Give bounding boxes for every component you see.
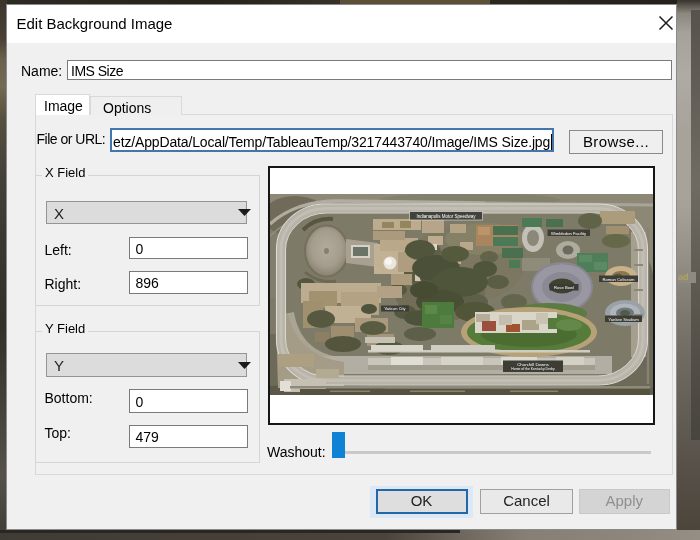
- svg-text:Churchill Downs: Churchill Downs: [517, 362, 550, 367]
- svg-text:Yankee Stadium: Yankee Stadium: [608, 317, 639, 322]
- svg-text:Indianapolis Motor Speedway: Indianapolis Motor Speedway: [416, 214, 476, 219]
- svg-text:Vatican City: Vatican City: [384, 306, 405, 311]
- svg-text:Roman Coliseum: Roman Coliseum: [602, 277, 635, 282]
- svg-text:Rose Bowl: Rose Bowl: [554, 285, 574, 290]
- svg-text:Home of the Kentucky Derby: Home of the Kentucky Derby: [511, 367, 555, 371]
- svg-text:Wimbledon Facility: Wimbledon Facility: [551, 231, 587, 236]
